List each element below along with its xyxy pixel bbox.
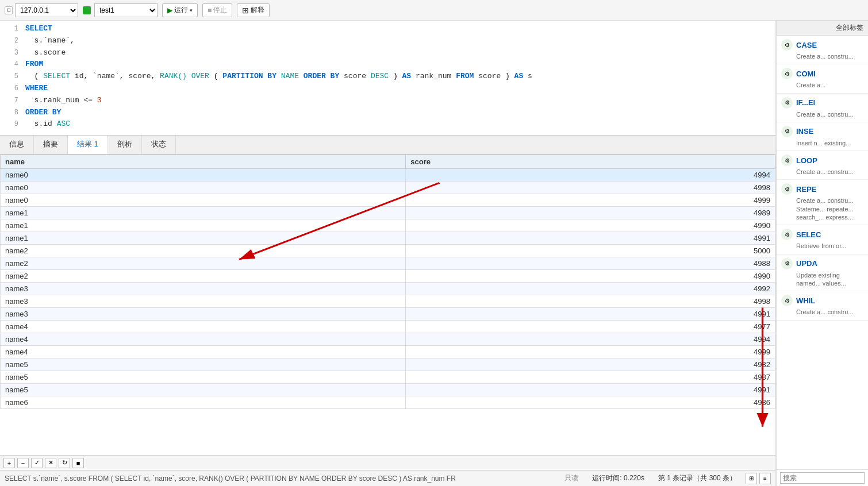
db-select[interactable]: test1 bbox=[94, 3, 158, 17]
db-selector-wrapper: test1 bbox=[83, 3, 158, 17]
status-time: 运行时间: 0.220s bbox=[592, 473, 644, 483]
table-row[interactable]: name04994 bbox=[1, 169, 775, 182]
stop-query-button[interactable]: ■ bbox=[72, 458, 84, 468]
confirm-button[interactable]: ✓ bbox=[31, 458, 43, 468]
cell-name: name1 bbox=[1, 232, 406, 245]
cell-name: name5 bbox=[1, 358, 406, 371]
cell-name: name0 bbox=[1, 194, 406, 207]
run-label: 运行 bbox=[174, 5, 188, 15]
table-row[interactable]: name34991 bbox=[1, 308, 775, 321]
snippet-name: WHIL bbox=[796, 296, 815, 305]
host-selector-wrapper: ⊡ 127.0.0.1 bbox=[5, 3, 78, 17]
table-row[interactable]: name04999 bbox=[1, 194, 775, 207]
main-toolbar: ⊡ 127.0.0.1 test1 ▶ 运行 ▾ ■ 停止 ⊞ 解释 bbox=[0, 0, 868, 21]
status-bar: SELECT s.`name`, s.score FROM ( SELECT i… bbox=[0, 470, 775, 486]
remove-record-button[interactable]: − bbox=[17, 458, 29, 468]
table-row[interactable]: name44977 bbox=[1, 321, 775, 333]
cell-name: name4 bbox=[1, 321, 406, 333]
run-button[interactable]: ▶ 运行 ▾ bbox=[162, 3, 198, 17]
snippet-item[interactable]: ⚙ COMI Create a... bbox=[777, 64, 868, 93]
stop-label: 停止 bbox=[213, 5, 227, 15]
sql-line-9: 9 s.id ASC bbox=[0, 118, 775, 130]
status-view-icons: ⊞ ≡ bbox=[746, 473, 771, 484]
table-row[interactable]: name54991 bbox=[1, 384, 775, 396]
cancel-edit-button[interactable]: ✕ bbox=[45, 458, 56, 468]
table-row[interactable]: name54982 bbox=[1, 358, 775, 371]
snippet-icon: ⚙ bbox=[781, 68, 793, 79]
snippet-desc: Create a... constru... bbox=[781, 110, 863, 118]
cell-score: 4999 bbox=[406, 346, 775, 358]
table-row[interactable]: name14990 bbox=[1, 219, 775, 232]
cell-name: name3 bbox=[1, 283, 406, 295]
sql-line-7: 7 s.rank_num <= 3 bbox=[0, 95, 775, 107]
snippet-icon: ⚙ bbox=[781, 39, 793, 51]
tab-info[interactable]: 信息 bbox=[0, 136, 34, 154]
table-row[interactable]: name04998 bbox=[1, 182, 775, 194]
snippet-item[interactable]: ⚙ REPE Create a... constru... Stateme...… bbox=[777, 180, 868, 225]
tab-summary[interactable]: 摘要 bbox=[34, 136, 68, 154]
search-input[interactable] bbox=[780, 472, 865, 484]
snippet-desc: Insert n... existing... bbox=[781, 139, 863, 147]
snippet-item[interactable]: ⚙ LOOP Create a... constru... bbox=[777, 151, 868, 180]
table-row[interactable]: name14991 bbox=[1, 232, 775, 245]
host-icon: ⊡ bbox=[5, 6, 13, 14]
snippet-item[interactable]: ⚙ INSE Insert n... existing... bbox=[777, 122, 868, 151]
table-row[interactable]: name24988 bbox=[1, 257, 775, 270]
snippet-desc: Retrieve from or... bbox=[781, 242, 863, 250]
cell-name: name3 bbox=[1, 308, 406, 321]
snippet-name: IF...El bbox=[796, 98, 815, 107]
sql-line-2: 2 s.`name`, bbox=[0, 35, 775, 47]
col-name: name bbox=[1, 155, 406, 169]
table-row[interactable]: name25000 bbox=[1, 245, 775, 257]
snippet-desc: Create a... constru... bbox=[781, 52, 863, 60]
list-view-button[interactable]: ≡ bbox=[759, 473, 771, 484]
snippet-icon: ⚙ bbox=[781, 97, 793, 109]
snippet-item[interactable]: ⚙ IF...El Create a... constru... bbox=[777, 94, 868, 122]
table-row[interactable]: name34998 bbox=[1, 295, 775, 308]
sql-line-3: 3 s.score bbox=[0, 47, 775, 59]
grid-view-button[interactable]: ⊞ bbox=[746, 473, 757, 484]
table-row[interactable]: name34992 bbox=[1, 283, 775, 295]
result-area[interactable]: name score name04994name04998name04999na… bbox=[0, 155, 775, 455]
right-search bbox=[777, 469, 868, 486]
snippet-item[interactable]: ⚙ WHIL Create a... constru... bbox=[777, 291, 868, 320]
bottom-toolbar: + − ✓ ✕ ↻ ■ bbox=[0, 455, 775, 470]
main-container: 1 SELECT 2 s.`name`, 3 s.score 4 FROM 5 … bbox=[0, 21, 868, 486]
status-readonly: 只读 bbox=[564, 473, 578, 483]
snippet-name: REPE bbox=[796, 185, 816, 194]
refresh-button[interactable]: ↻ bbox=[59, 458, 70, 468]
tab-result1[interactable]: 结果 1 bbox=[68, 136, 108, 154]
snippet-desc: Create a... constru... bbox=[781, 308, 863, 316]
snippet-item[interactable]: ⚙ SELEC Retrieve from or... bbox=[777, 225, 868, 254]
snippets-list: ⚙ CASE Create a... constru... ⚙ COMI Cre… bbox=[777, 36, 868, 321]
cell-score: 4991 bbox=[406, 232, 775, 245]
snippet-item[interactable]: ⚙ CASE Create a... constru... bbox=[777, 36, 868, 64]
cell-score: 4994 bbox=[406, 169, 775, 182]
cell-score: 5000 bbox=[406, 245, 775, 257]
snippet-item[interactable]: ⚙ UPDA Update existing named... values..… bbox=[777, 254, 868, 292]
cell-score: 4990 bbox=[406, 270, 775, 283]
stop-button[interactable]: ■ 停止 bbox=[202, 3, 232, 17]
cell-name: name4 bbox=[1, 333, 406, 346]
sql-editor[interactable]: 1 SELECT 2 s.`name`, 3 s.score 4 FROM 5 … bbox=[0, 21, 775, 136]
tab-status[interactable]: 状态 bbox=[142, 136, 176, 154]
table-row[interactable]: name14989 bbox=[1, 207, 775, 219]
tab-profile[interactable]: 剖析 bbox=[108, 136, 142, 154]
add-record-button[interactable]: + bbox=[3, 458, 15, 468]
cell-name: name2 bbox=[1, 257, 406, 270]
cell-score: 4987 bbox=[406, 371, 775, 384]
table-row[interactable]: name24990 bbox=[1, 270, 775, 283]
table-row[interactable]: name44999 bbox=[1, 346, 775, 358]
snippet-desc: Create a... bbox=[781, 81, 863, 89]
table-row[interactable]: name64986 bbox=[1, 396, 775, 409]
sql-line-1: 1 SELECT bbox=[0, 23, 775, 35]
sql-line-4: 4 FROM bbox=[0, 59, 775, 71]
table-row[interactable]: name44994 bbox=[1, 333, 775, 346]
snippet-name: INSE bbox=[796, 127, 813, 136]
snippet-name: UPDA bbox=[796, 259, 817, 268]
cell-score: 4998 bbox=[406, 182, 775, 194]
sql-line-5: 5 ( SELECT id, `name`, score, RANK() OVE… bbox=[0, 71, 775, 83]
table-row[interactable]: name54987 bbox=[1, 371, 775, 384]
explain-button[interactable]: ⊞ 解释 bbox=[237, 3, 270, 17]
host-select[interactable]: 127.0.0.1 bbox=[15, 3, 78, 17]
